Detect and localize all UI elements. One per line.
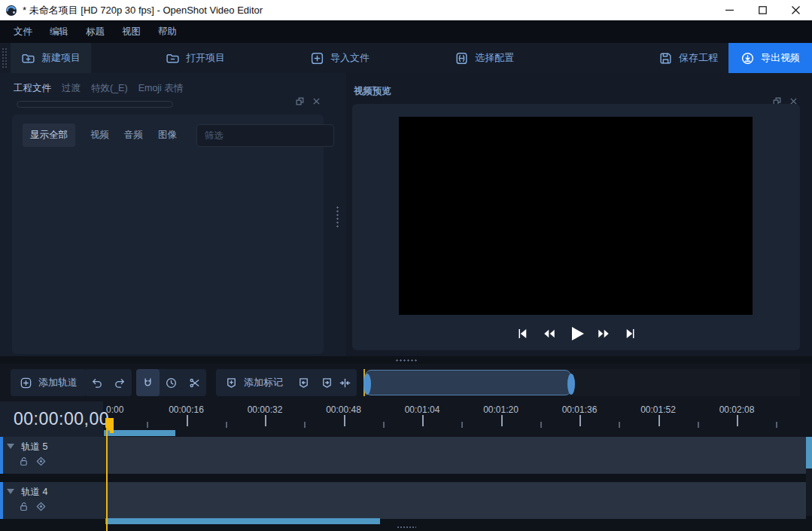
lock-open-icon[interactable] [18,501,29,515]
track-accent-bar [0,482,3,519]
ruler-tick-major [187,415,188,426]
profile-settings-icon [455,51,469,66]
timeline-toolbar: 添加轨道 [0,364,812,401]
toolbar-drag-handle-icon[interactable] [2,47,8,69]
video-display[interactable] [399,117,753,315]
filter-search-input[interactable] [196,124,334,147]
vertical-scrollbar[interactable] [806,437,812,516]
title-bar: * 未命名项目 [HD 720p 30 fps] - OpenShot Vide… [0,0,812,20]
menu-item-edit[interactable]: 编辑 [50,26,68,38]
save-project-button[interactable]: 保存工程 [648,43,728,73]
zoom-slider-right-handle[interactable] [567,374,575,395]
ruler-tick-minor [147,422,148,428]
keyframe-diamond-icon[interactable] [35,501,47,515]
menu-item-view[interactable]: 视图 [122,26,141,38]
undo-icon [90,377,103,389]
center-playhead-button[interactable] [333,369,357,396]
new-project-button[interactable]: 新建项目 [11,43,91,73]
choose-profile-button[interactable]: 选择配置 [444,43,525,73]
razor-time-button[interactable] [160,369,183,396]
bottom-resize-handle-icon[interactable] [397,526,416,529]
toolbar-right-group: 保存工程 导出视频 [648,43,812,73]
filter-chip-image[interactable]: 图像 [158,129,177,142]
add-track-button[interactable]: 添加轨道 [11,369,87,396]
horizontal-scrollbar-thumb[interactable] [105,518,380,524]
zoom-slider-left-handle[interactable] [363,374,371,395]
magnet-icon [141,377,154,389]
timeline-ruler[interactable]: 0:0000:00:1600:00:3200:00:4800:01:0400:0… [103,401,812,437]
popout-icon[interactable] [295,96,305,106]
jump-start-button[interactable] [513,325,531,343]
chevron-down-icon[interactable] [7,489,14,494]
fast-forward-button[interactable] [595,325,613,343]
lock-open-icon[interactable] [18,456,29,470]
rewind-button[interactable] [540,325,558,343]
transport-controls [352,325,800,343]
filter-chips: 显示全部视频音频图像 [23,124,177,147]
folder-minus-icon [166,51,180,66]
video-preview-panel [352,104,800,350]
add-marker-button[interactable]: 添加标记 [216,369,292,396]
menu-item-title[interactable]: 标题 [86,26,105,38]
ruler-tick-minor [776,422,777,428]
vertical-scrollbar-thumb[interactable] [806,437,812,468]
export-video-button[interactable]: 导出视频 [728,43,812,73]
track-lane[interactable] [108,437,806,474]
marker-left-icon [297,377,310,389]
menu-item-file[interactable]: 文件 [14,26,32,38]
chevron-down-icon[interactable] [7,444,14,449]
track-label: 轨道 5 [21,441,47,453]
previous-marker-button[interactable] [292,369,315,396]
track-lane[interactable] [108,482,806,519]
filter-chip-show-all[interactable]: 显示全部 [23,124,75,147]
splitter-handle-icon [395,359,418,362]
maximize-button[interactable] [746,0,779,20]
ruler-label: 00:01:36 [562,404,598,415]
ruler-label: 00:02:08 [719,404,755,415]
zoom-slider-range[interactable] [365,370,571,395]
razor-button[interactable] [183,369,206,396]
tab-effects[interactable]: 特效(_E) [91,82,128,95]
jump-end-button[interactable] [622,325,640,343]
snapping-toggle[interactable] [136,369,160,396]
ruler-label: 00:00:16 [169,404,204,415]
filter-chip-video[interactable]: 视频 [90,129,109,142]
menu-bar: 文件编辑标题视图帮助 [0,20,812,43]
menu-item-help[interactable]: 帮助 [158,26,177,38]
undo-redo-group [85,369,132,396]
playhead-line[interactable] [106,419,108,531]
track-header: 轨道 4 [0,482,106,519]
ruler-tick-major [579,415,581,426]
ruler-tick-minor [619,422,620,428]
ruler-tick-major [344,415,345,426]
ruler-label: 00:00:32 [248,404,283,415]
close-window-button[interactable] [779,0,812,20]
horizontal-splitter[interactable] [0,356,812,364]
ruler-scroll-indicator[interactable] [104,430,175,436]
filter-chip-audio[interactable]: 音频 [124,129,143,142]
timeline-zoom-slider[interactable] [364,369,800,396]
import-files-button[interactable]: 导入文件 [300,43,380,73]
track-header: 轨道 5 [0,437,106,474]
keyframe-diamond-icon[interactable] [35,456,47,470]
open-project-button[interactable]: 打开项目 [155,43,236,73]
ruler-tick-minor [226,422,227,428]
redo-button[interactable] [108,369,132,396]
tab-emojis[interactable]: Emoji 表情 [138,82,184,95]
filter-row: 显示全部视频音频图像 [12,114,324,147]
panel-splitter-handle-icon[interactable] [336,206,339,228]
minimize-button[interactable] [713,0,746,20]
ruler-label: 00:01:04 [405,404,440,415]
close-panel-icon[interactable] [312,96,321,106]
undo-button[interactable] [85,369,108,396]
marker-tools-group: 添加标记 [216,369,339,396]
ruler-tick-major [501,415,503,426]
add-track-icon [20,377,32,389]
openshot-logo-icon [5,5,17,17]
snap-tools-group [136,369,206,396]
tab-transitions[interactable]: 过渡 [62,82,81,95]
tab-project-files[interactable]: 工程文件 [14,82,51,95]
project-files-panel: 显示全部视频音频图像 [12,114,324,354]
track-row-track-5: 轨道 5 [0,437,812,474]
play-button[interactable] [567,325,585,343]
